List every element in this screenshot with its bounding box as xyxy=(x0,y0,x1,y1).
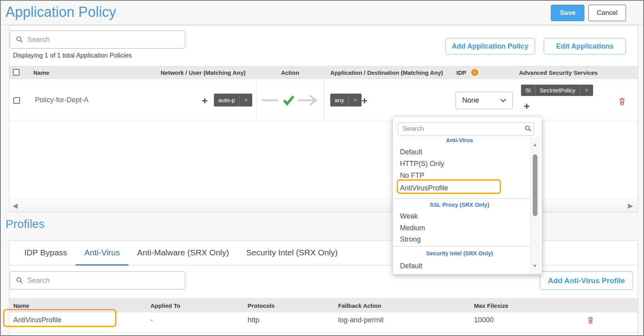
delete-policy-icon[interactable] xyxy=(619,98,625,107)
add-application-policy-button[interactable]: Add Application Policy xyxy=(445,38,535,54)
col-app-dest: Application / Destination (Matching Any) xyxy=(330,69,443,76)
remove-tag-icon[interactable]: ✕ xyxy=(239,94,253,107)
col-idp: IDP xyxy=(456,69,466,76)
dropdown-option[interactable]: Weak xyxy=(400,212,418,220)
scroll-thumb[interactable] xyxy=(533,154,537,216)
dropdown-option-highlighted[interactable]: AntiVirusProfile xyxy=(400,184,448,192)
remove-tag-icon[interactable]: ✕ xyxy=(580,85,593,96)
tab-idp-bypass[interactable]: IDP Bypass xyxy=(16,241,76,266)
displaying-count: Displaying 1 of 1 total Application Poli… xyxy=(13,52,132,59)
profile-applied-to: - xyxy=(150,316,153,324)
search-icon xyxy=(525,125,532,132)
tag-label: SecIntelPolicy xyxy=(535,85,580,96)
page-title: Application Policy xyxy=(5,4,116,20)
edit-applications-button[interactable]: Edit Applications xyxy=(544,38,626,54)
adv-security-service-tag: SI SecIntelPolicy ✕ xyxy=(521,85,593,96)
idp-info-icon[interactable]: i xyxy=(471,69,478,76)
profiles-title: Profiles xyxy=(5,217,45,231)
profile-name: AntiVirusProfile xyxy=(13,316,62,324)
policy-table-footer: ◀ ▶ xyxy=(9,199,638,212)
col-network-user: Network / User (Matching Any) xyxy=(161,69,246,76)
security-services-dropdown: Anti-Virus Default HTTP(S) Only No FTP A… xyxy=(393,116,542,275)
policy-table-header: Name Network / User (Matching Any) Actio… xyxy=(9,66,638,79)
cancel-button[interactable]: Cancel xyxy=(588,5,626,21)
save-button[interactable]: Save xyxy=(551,5,584,21)
scroll-up-icon[interactable]: ▲ xyxy=(530,142,539,147)
tag-label: auto-p xyxy=(214,94,239,107)
add-security-service-icon[interactable]: + xyxy=(524,102,530,110)
dropdown-option[interactable]: Strong xyxy=(400,235,421,244)
prev-page-icon[interactable]: ◀ xyxy=(13,202,18,210)
action-permit-indicator[interactable] xyxy=(260,93,320,109)
remove-tag-icon[interactable]: ✕ xyxy=(348,94,362,107)
col-protocols: Protocols xyxy=(248,302,275,309)
delete-profile-icon[interactable] xyxy=(588,316,593,325)
col-max-filesize: Max Filesize xyxy=(474,302,508,309)
tab-anti-malware[interactable]: Anti-Malware (SRX Only) xyxy=(128,241,238,266)
dropdown-option[interactable]: Default xyxy=(400,148,422,156)
profile-search-input[interactable] xyxy=(10,271,185,289)
network-user-tag: auto-p ✕ xyxy=(214,94,252,107)
scroll-down-icon[interactable]: ▼ xyxy=(530,263,539,269)
profile-max-filesize: 10000 xyxy=(474,316,494,324)
policy-search-input[interactable] xyxy=(10,31,185,49)
page-header: Application Policy Save Cancel xyxy=(1,1,643,25)
col-applied-to: Applied To xyxy=(150,302,180,309)
dropdown-option[interactable]: Default xyxy=(400,262,422,270)
idp-selected-value: None xyxy=(462,96,479,105)
profile-protocols: http xyxy=(248,316,259,324)
policy-name: Policy-for-Dept-A xyxy=(35,96,89,104)
tag-label: any xyxy=(330,94,348,107)
tab-anti-virus[interactable]: Anti-Virus xyxy=(76,241,128,266)
col-name: Name xyxy=(33,69,49,76)
chevron-down-icon xyxy=(500,99,506,102)
idp-select[interactable]: None xyxy=(456,92,513,109)
next-page-icon[interactable]: ▶ xyxy=(628,202,633,210)
profile-table-header: Name Applied To Protocols Fallback Actio… xyxy=(9,298,638,313)
add-network-user-icon[interactable]: + xyxy=(202,97,208,105)
group-heading-antivirus: Anti-Virus xyxy=(393,137,526,143)
application-policies-panel: Displaying 1 of 1 total Application Poli… xyxy=(9,25,638,212)
search-icon xyxy=(16,36,23,43)
tag-prefix: SI xyxy=(521,85,535,96)
row-checkbox[interactable] xyxy=(13,97,20,104)
group-heading-security-intel: Security Intel (SRX Only) xyxy=(393,250,526,257)
app-dest-tag: any ✕ xyxy=(330,94,362,107)
dropdown-option[interactable]: Medium xyxy=(400,224,425,232)
search-icon xyxy=(16,277,23,284)
select-all-checkbox[interactable] xyxy=(13,69,20,76)
application-policy-screen: Application Policy Save Cancel Displayin… xyxy=(0,0,644,336)
group-heading-ssl-proxy: SSL Proxy (SRX Only) xyxy=(393,202,526,208)
dropdown-option[interactable]: No FTP xyxy=(400,172,424,180)
col-name: Name xyxy=(13,302,29,309)
add-application-icon[interactable]: + xyxy=(362,97,367,105)
permit-check-icon xyxy=(284,96,293,104)
profiles-tabbar: IDP Bypass Anti-Virus Anti-Malware (SRX … xyxy=(9,241,638,266)
dropdown-scrollbar[interactable]: ▲ ▼ xyxy=(530,137,539,274)
col-action: Action xyxy=(257,69,324,76)
profile-fallback-action: log-and-permit xyxy=(338,316,384,324)
dropdown-search-input[interactable] xyxy=(398,122,534,135)
dropdown-option[interactable]: HTTP(S) Only xyxy=(400,160,444,168)
col-adv-services: Advanced Security Services xyxy=(519,69,598,76)
profiles-panel: IDP Bypass Anti-Virus Anti-Malware (SRX … xyxy=(9,240,638,336)
col-fallback-action: Fallback Action xyxy=(338,302,381,309)
tab-security-intel[interactable]: Security Intel (SRX Only) xyxy=(238,241,346,266)
add-antivirus-profile-button[interactable]: Add Anti-Virus Profile xyxy=(540,271,633,290)
